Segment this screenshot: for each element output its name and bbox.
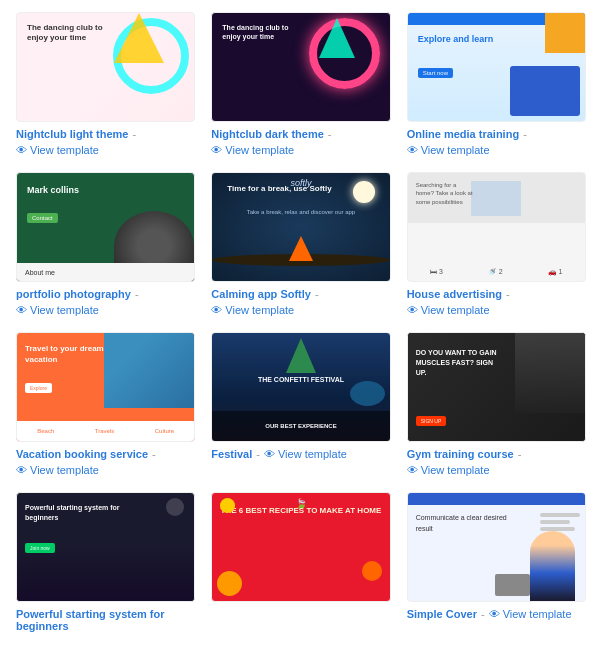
eye-icon-3: 👁 — [407, 144, 418, 156]
t5-fire — [289, 236, 313, 261]
eye-icon-7: 👁 — [16, 464, 27, 476]
t6-property-icons: 🛏 3🚿 2🚗 1 — [408, 268, 585, 276]
separator-2: - — [328, 128, 332, 140]
t7-footer: BeachTravelsCulture — [17, 421, 194, 441]
t12-top-bar — [408, 493, 585, 505]
eye-icon-2: 👁 — [211, 144, 222, 156]
template-card-nightclub-light: The dancing club to enjoy your time Nigh… — [16, 12, 195, 156]
t8-experience-text: OUR BEST EXPERIENCE — [212, 411, 389, 441]
separator-12: - — [481, 608, 485, 620]
t10-join-btn: Join now — [25, 543, 55, 553]
eye-icon-8: 👁 — [264, 448, 275, 460]
view-template-link-2[interactable]: 👁 View template — [211, 144, 294, 156]
t9-signup-btn: SIGN UP — [416, 416, 447, 426]
t7-cta-btn: Explore — [25, 383, 52, 393]
template-card-online-media: Explore and learn Start now Online media… — [407, 12, 586, 156]
t5-sub-text: Take a break, relax and discover our app — [217, 208, 384, 216]
thumb-recipes-text: THE 6 BEST RECIPES TO MAKE AT HOME — [212, 505, 389, 517]
t6-house-img — [471, 181, 521, 216]
t10-moon — [166, 498, 184, 516]
view-template-link-4[interactable]: 👁 View template — [16, 304, 99, 316]
view-template-link-6[interactable]: 👁 View template — [407, 304, 490, 316]
view-template-link-3[interactable]: 👁 View template — [407, 144, 490, 156]
t12-bar-1 — [540, 513, 580, 517]
template-card-softly: softly Time for a break, use Softly Take… — [211, 172, 390, 316]
thumb-festival-text: THE CONFETTI FESTIVAL — [212, 375, 389, 385]
thumbnail-powerful[interactable]: Powerful starting system for beginners J… — [16, 492, 195, 602]
thumbnail-house[interactable]: Searching for a home? Take a look at som… — [407, 172, 586, 282]
thumbnail-softly[interactable]: softly Time for a break, use Softly Take… — [211, 172, 390, 282]
view-template-link-7[interactable]: 👁 View template — [16, 464, 99, 476]
template-label-nightclub-dark: Nightclub dark theme - 👁 View template — [211, 128, 390, 156]
eye-icon-5: 👁 — [211, 304, 222, 316]
eye-icon-9: 👁 — [407, 464, 418, 476]
t12-bar-2 — [540, 520, 570, 524]
thumbnail-online-media[interactable]: Explore and learn Start now — [407, 12, 586, 122]
thumb-simple-text: Communicate a clear desired result — [416, 513, 516, 534]
separator-5: - — [315, 288, 319, 300]
template-card-recipes: 🍃 THE 6 BEST RECIPES TO MAKE AT HOME — [211, 492, 390, 632]
t11-decor2 — [362, 561, 382, 581]
thumbnail-portfolio[interactable]: Mark collins Contact About me — [16, 172, 195, 282]
template-label-gym: Gym training course - 👁 View template — [407, 448, 586, 476]
template-label-house: House advertising - 👁 View template — [407, 288, 586, 316]
separator-7: - — [152, 448, 156, 460]
t4-contact-btn: Contact — [27, 213, 58, 223]
thumb-vacation-text: Travel to your dream vacation — [25, 343, 105, 365]
view-template-link-8[interactable]: 👁 View template — [264, 448, 347, 460]
t3-cta-btn: Start now — [418, 68, 453, 78]
thumbnail-gym[interactable]: DO YOU WANT TO GAIN MUSCLES FAST? SIGN U… — [407, 332, 586, 442]
t12-bars — [540, 513, 580, 531]
thumb-title-3: Explore and learn — [418, 33, 494, 46]
t6-house-text: Searching for a home? Take a look at som… — [416, 181, 476, 206]
template-name-2: Nightclub dark theme — [211, 128, 323, 140]
thumbnail-nightclub-dark[interactable]: The dancing club to enjoy your time — [211, 12, 390, 122]
eye-icon-4: 👁 — [16, 304, 27, 316]
thumbnail-nightclub-light[interactable]: The dancing club to enjoy your time — [16, 12, 195, 122]
separator-3: - — [523, 128, 527, 140]
t5-moon — [353, 181, 375, 203]
template-name-4: portfolio photography — [16, 288, 131, 300]
template-label-online-media: Online media training - 👁 View template — [407, 128, 586, 156]
template-card-powerful: Powerful starting system for beginners J… — [16, 492, 195, 632]
t8-tree — [286, 338, 316, 373]
t3-laptop-img — [510, 66, 580, 116]
thumb-title-2: The dancing club to enjoy your time — [222, 23, 302, 41]
template-name-3: Online media training — [407, 128, 519, 140]
separator-1: - — [132, 128, 136, 140]
thumb-gym-text: DO YOU WANT TO GAIN MUSCLES FAST? SIGN U… — [416, 348, 506, 377]
thumbnail-vacation[interactable]: Travel to your dream vacation Explore Be… — [16, 332, 195, 442]
thumbnail-recipes[interactable]: 🍃 THE 6 BEST RECIPES TO MAKE AT HOME — [211, 492, 390, 602]
template-card-portfolio: Mark collins Contact About me portfolio … — [16, 172, 195, 316]
thumb-softly-text: Time for a break, use Softly — [227, 183, 331, 194]
thumb-powerful-text: Powerful starting system for beginners — [25, 503, 125, 523]
view-template-link-12[interactable]: 👁 View template — [489, 608, 572, 620]
eye-icon-6: 👁 — [407, 304, 418, 316]
template-label-powerful: Powerful starting system for beginners — [16, 608, 195, 632]
thumbnail-simple-cover[interactable]: Communicate a clear desired result — [407, 492, 586, 602]
template-card-gym: DO YOU WANT TO GAIN MUSCLES FAST? SIGN U… — [407, 332, 586, 476]
view-template-link-5[interactable]: 👁 View template — [211, 304, 294, 316]
template-label-vacation: Vacation booking service - 👁 View templa… — [16, 448, 195, 476]
t4-footer-bar: About me — [17, 263, 194, 281]
t12-person-img — [530, 531, 575, 601]
template-label-simple-cover: Simple Cover - 👁 View template — [407, 608, 586, 620]
template-card-festival: THE CONFETTI FESTIVAL OUR BEST EXPERIENC… — [211, 332, 390, 476]
template-name-9: Gym training course — [407, 448, 514, 460]
template-label-softly: Calming app Softly - 👁 View template — [211, 288, 390, 316]
template-card-nightclub-dark: The dancing club to enjoy your time Nigh… — [211, 12, 390, 156]
template-name-7: Vacation booking service — [16, 448, 148, 460]
template-name-6: House advertising — [407, 288, 502, 300]
template-name-1: Nightclub light theme — [16, 128, 128, 140]
view-template-link-9[interactable]: 👁 View template — [407, 464, 490, 476]
t3-orange-box — [545, 13, 585, 53]
template-label-nightclub-light: Nightclub light theme - 👁 View template — [16, 128, 195, 156]
t12-bar-3 — [540, 527, 575, 531]
eye-icon-1: 👁 — [16, 144, 27, 156]
template-name-5: Calming app Softly — [211, 288, 311, 300]
template-name-12: Simple Cover — [407, 608, 477, 620]
separator-4: - — [135, 288, 139, 300]
t11-decor1 — [217, 571, 242, 596]
view-template-link-1[interactable]: 👁 View template — [16, 144, 99, 156]
thumbnail-festival[interactable]: THE CONFETTI FESTIVAL OUR BEST EXPERIENC… — [211, 332, 390, 442]
